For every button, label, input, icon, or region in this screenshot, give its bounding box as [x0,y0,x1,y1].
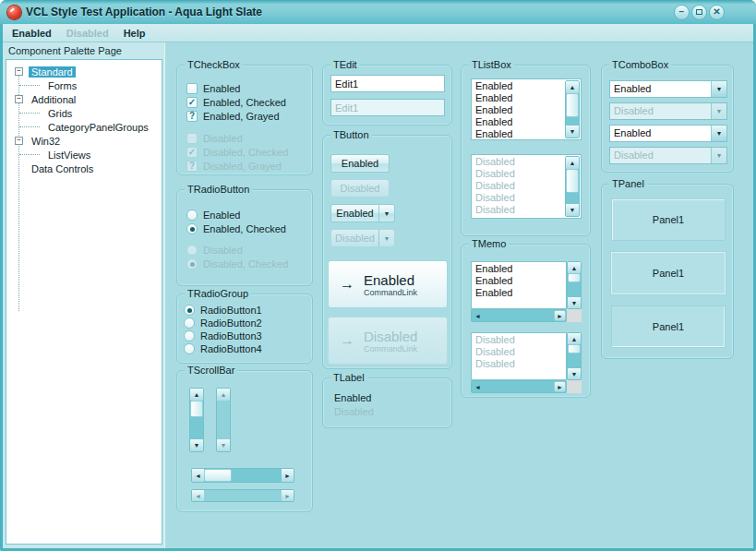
combobox-dropdown-button[interactable]: ▼ [711,81,726,97]
commandlink-subtitle: CommandLink [364,288,417,297]
list-item[interactable]: Enabled [472,80,565,92]
combobox-value[interactable]: Enabled [610,126,711,141]
close-button[interactable]: ✕ [709,5,725,20]
scroll-right-button[interactable]: ► [554,310,566,321]
scroll-thumb[interactable] [204,469,232,482]
combobox-value[interactable]: Enabled [610,81,711,97]
combobox-enabled-2[interactable]: Enabled ▼ [609,125,727,142]
scroll-thumb[interactable] [190,401,203,417]
combobox-dropdown-button[interactable]: ▼ [711,126,726,141]
component-tree[interactable]: − Standard Forms − Additional Grids Cate… [6,59,162,545]
button-enabled[interactable]: Enabled [330,154,390,173]
maximize-button[interactable] [691,5,707,20]
scroll-track[interactable] [484,310,554,321]
radio-enabled[interactable]: Enabled [186,209,240,222]
scroll-down-button[interactable]: ▼ [190,439,203,451]
tree-item-listviews[interactable]: ListViews [6,148,162,162]
collapse-icon[interactable]: − [15,137,23,145]
tree-item-label[interactable]: CategoryPanelGroups [45,122,151,133]
listbox-items[interactable]: Enabled Enabled Enabled Enabled Enabled … [472,80,565,140]
down-arrow-icon: ▼ [194,442,200,449]
tree-item-standard[interactable]: − Standard [6,65,162,78]
dropdown-button-enabled[interactable]: Enabled ▼ [330,204,395,222]
scroll-up-button[interactable]: ▲ [566,81,579,93]
group-tlabel: TLabel Enabled Disabled [322,377,452,428]
tree-item-grids[interactable]: Grids [6,106,162,120]
scroll-right-button[interactable]: ► [282,469,294,482]
scroll-left-button[interactable]: ◄ [472,310,484,321]
radiogroup-item-2[interactable]: RadioButton2 [184,317,262,329]
tree-item-label[interactable]: Data Controls [29,163,96,174]
horizontal-scrollbar[interactable]: ◄ ► [471,309,567,322]
collapse-icon[interactable]: − [15,95,23,103]
tree-item-forms[interactable]: Forms [6,78,162,92]
scroll-thumb[interactable] [568,273,581,282]
scroll-left-button[interactable]: ◄ [192,469,204,482]
memo-text[interactable]: Enabled Enabled Enabled [471,261,567,309]
panel-label: Panel1 [653,321,684,332]
radiogroup-item-4[interactable]: RadioButton4 [184,342,262,355]
panel-label: Panel1 [653,214,684,225]
tree-item-label[interactable]: Grids [45,108,75,119]
scroll-down-button[interactable]: ▼ [568,297,581,308]
radiogroup-item-1[interactable]: RadioButton1 [184,304,262,317]
commandlink-disabled: → Disabled CommandLink [328,317,448,365]
dropdown-arrow-button[interactable]: ▼ [378,205,394,222]
checkbox-enabled[interactable]: Enabled [186,82,240,95]
group-caption: TRadioGroup [185,288,251,299]
scroll-up-button[interactable]: ▲ [190,389,203,401]
checkbox-enabled-grayed[interactable]: ? Enabled, Grayed [186,110,280,123]
horizontal-scrollbar-enabled[interactable]: ◄ ► [191,468,294,483]
up-arrow-icon: ▲ [194,391,200,398]
group-tpanel: TPanel Panel1 Panel1 Panel1 [601,184,734,359]
checkbox-enabled-checked[interactable]: ✓ Enabled, Checked [186,96,286,109]
app-window: VCL Style Test Application - Aqua Light … [0,0,756,551]
list-item[interactable]: Enabled [472,104,565,116]
commandlink-title: Disabled [364,329,417,344]
group-tcombobox: TComboBox Enabled ▼ Disabled ▼ Enabled ▼… [601,65,734,173]
group-caption: TPanel [609,178,647,189]
tree-item-categorypanelgroups[interactable]: CategoryPanelGroups [6,120,162,134]
scroll-track[interactable] [566,117,579,126]
scroll-track[interactable] [568,282,581,297]
combobox-enabled-1[interactable]: Enabled ▼ [609,80,727,98]
tree-item-win32[interactable]: − Win32 [6,134,162,148]
scroll-left-button: ◄ [192,490,204,501]
tree-item-label[interactable]: Additional [29,94,78,105]
tree-item-label[interactable]: Win32 [29,136,63,147]
vertical-scrollbar[interactable]: ▲ ▼ [565,80,580,138]
radio-enabled-checked[interactable]: Enabled, Checked [186,222,286,235]
list-item[interactable]: Enabled [472,116,565,128]
menu-enabled[interactable]: Enabled [5,26,59,41]
scroll-up-button: ▲ [568,333,581,344]
radio-label: RadioButton3 [200,330,262,341]
scroll-down-button[interactable]: ▼ [566,126,579,138]
list-item[interactable]: Enabled [472,128,565,140]
memo-enabled[interactable]: Enabled Enabled Enabled ▲ ▼ ◄ ► [471,261,582,322]
chevron-down-icon: ▼ [716,152,723,159]
minimize-button[interactable]: − [674,5,690,20]
list-item[interactable]: Enabled [472,92,565,104]
tree-item-label[interactable]: Standard [29,66,76,78]
tree-item-additional[interactable]: − Additional [6,92,162,106]
tree-item-data-controls[interactable]: Data Controls [6,162,162,175]
scroll-track[interactable] [232,469,282,482]
scroll-track[interactable] [190,417,203,439]
tree-item-label[interactable]: Forms [45,80,79,91]
radio-disabled-checked: Disabled, Checked [186,258,288,270]
tree-item-label[interactable]: ListViews [45,150,93,161]
radiogroup-item-3[interactable]: RadioButton3 [184,329,262,342]
listbox-enabled[interactable]: Enabled Enabled Enabled Enabled Enabled … [471,78,582,140]
button-label: Disabled [331,233,378,244]
title-bar[interactable]: VCL Style Test Application - Aqua Light … [0,0,756,24]
edit-enabled[interactable] [330,75,445,92]
group-caption: TComboBox [609,59,671,70]
menu-help[interactable]: Help [116,26,153,41]
vertical-scrollbar-enabled[interactable]: ▲ ▼ [189,388,204,452]
scroll-up-button[interactable]: ▲ [568,262,581,273]
collapse-icon[interactable]: − [15,67,23,76]
scroll-thumb[interactable] [566,93,579,117]
commandlink-enabled[interactable]: → Enabled CommandLink [328,260,448,308]
combobox-dropdown-button: ▼ [711,103,726,119]
vertical-scrollbar[interactable]: ▲ ▼ [567,261,582,309]
